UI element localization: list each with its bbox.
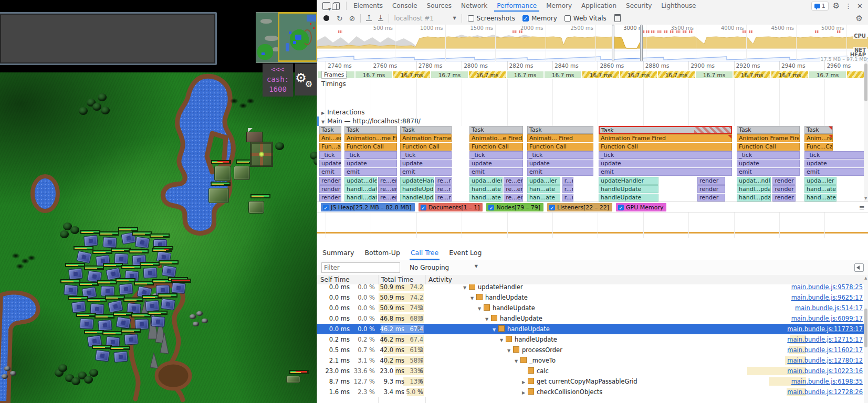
flame-render[interactable]: render [697, 194, 725, 202]
settings-gear-icon[interactable]: ⚙ [833, 2, 840, 10]
flame-emit[interactable]: emit [344, 168, 397, 176]
unit-green-vehicle[interactable] [208, 188, 229, 203]
frame-cell[interactable]: 16.7 ms [771, 71, 809, 79]
flame-reer[interactable]: re...er [378, 194, 397, 202]
unit-blue-tank[interactable] [83, 235, 98, 247]
flame-animation-frame-fired[interactable]: Animation Frame Fired [737, 134, 800, 142]
tree-twistie-icon[interactable]: ▼ [500, 335, 506, 346]
counter-toggle-js-heap[interactable]: ✓JS Heap[25.2 MB – 82.8 MB] [321, 203, 415, 211]
unit-blue-tank[interactable] [95, 349, 110, 362]
flame-update[interactable]: update [599, 160, 732, 167]
source-link[interactable]: main.bundle.js:9578:25 [791, 284, 863, 292]
flame-update[interactable]: update [344, 160, 397, 167]
flame-updatehandler[interactable]: updateHandler [400, 177, 434, 185]
flame-function-call[interactable]: Function Call [599, 143, 732, 151]
checkbox-screenshots[interactable]: Screenshots [468, 15, 515, 22]
flame-task[interactable]: Task [527, 126, 593, 134]
flame-emit[interactable]: emit [469, 168, 523, 176]
unit-blue-tank[interactable] [102, 237, 117, 248]
source-link[interactable]: main.bundle.js:9625:17 [791, 292, 863, 303]
flame-updatdler[interactable]: updat...dler [344, 177, 377, 185]
counter-toggle-gpu-memory[interactable]: ✓GPU Memory [616, 203, 666, 211]
flame-task[interactable]: Task [469, 126, 523, 134]
flame-function-call[interactable]: Function Call [344, 143, 397, 151]
flame-tick[interactable]: _tick [737, 151, 800, 159]
tab-lighthouse[interactable]: Lighthouse [656, 0, 700, 12]
flame-rr[interactable]: r...r [562, 177, 573, 185]
frame-cell[interactable]: 16.7 ms [733, 71, 771, 79]
back-arrows[interactable]: <<< [263, 65, 293, 75]
frame-cell[interactable]: 16.7 ms [431, 71, 468, 79]
main-thread-track-header[interactable]: ▼Main — http://localhost:8878/ [317, 116, 868, 126]
flame-tick[interactable]: _tick [319, 151, 341, 159]
green-building-fort[interactable] [250, 142, 273, 167]
minimap[interactable] [256, 12, 317, 63]
flame-handleupdate[interactable]: handleUpdate [400, 194, 434, 202]
tree-twistie-icon[interactable]: ▼ [493, 325, 498, 335]
tab-performance[interactable]: Performance [492, 0, 541, 12]
window-handle-right[interactable] [640, 25, 643, 61]
flame-animation-frame-fired[interactable]: Animation...me Fired [344, 134, 397, 142]
device-toolbar-icon[interactable] [333, 2, 340, 10]
flame-chart[interactable]: TaskAni...edFun...all_tickupdateemitrend… [317, 126, 868, 202]
flame-handldate[interactable]: handl...date [344, 194, 377, 202]
flame-task[interactable]: Task [804, 126, 833, 134]
flame-handldate[interactable]: handl...date [344, 185, 377, 193]
close-devtools-icon[interactable]: ✕ [857, 3, 863, 9]
scroll-up-icon[interactable]: ▲ [864, 276, 867, 280]
calltree-row[interactable]: 0.0 ms0.0 %50.9 ms74.2 %▼updateHandlerma… [317, 284, 868, 292]
source-link[interactable]: main.bundle.js:6198:35 [791, 376, 863, 387]
source-link[interactable]: main.bundle.js:12780:12 [787, 355, 863, 366]
unit-blue-tank[interactable] [162, 265, 177, 278]
unit-blue-tank[interactable] [135, 236, 150, 248]
flame-updaler[interactable]: upda...ler [804, 177, 836, 185]
flame-reer[interactable]: re...er [504, 177, 523, 185]
flame-tick[interactable]: _tick [469, 151, 523, 159]
frames-track[interactable]: Frames 16.7 ms16.7 ms16.7 ms16.7 ms16.7 … [317, 70, 868, 80]
flame-updadler[interactable]: upda...dler [469, 177, 503, 185]
flame-update[interactable]: update [527, 160, 593, 167]
load-profile-icon[interactable]: ↑ [366, 15, 371, 21]
flame-tick[interactable]: _tick [344, 151, 397, 159]
flame-updatndler[interactable]: updat...ndler [737, 177, 771, 185]
interactions-track[interactable]: ▶Interactions [317, 108, 868, 117]
memory-counters-chart[interactable] [317, 212, 868, 238]
flame-emit[interactable]: emit [319, 168, 341, 176]
source-link[interactable]: main.bundle.js:11602:17 [787, 345, 863, 355]
tree-twistie-icon[interactable]: ▼ [515, 356, 520, 367]
flame-render[interactable]: render [772, 194, 795, 202]
flame-updatehandler[interactable]: updateHandler [599, 177, 658, 185]
flame-reer[interactable]: re...er [504, 194, 523, 202]
calltree-row[interactable]: 8.7 ms12.7 %9.3 ms13.6 %▶get currentCopy… [317, 376, 868, 387]
tree-twistie-icon[interactable]: ▶ [522, 388, 528, 398]
tab-call-tree[interactable]: Call Tree [405, 249, 444, 260]
frame-cell[interactable]: 16.7 ms [355, 71, 393, 79]
unit-blue-tank[interactable] [76, 251, 92, 264]
flame-rer[interactable]: re...r [435, 194, 452, 202]
unit-green-vehicle[interactable] [234, 166, 250, 180]
flame-handlpdate[interactable]: handl...pdate [737, 194, 771, 202]
unit-blue-tank[interactable] [171, 282, 186, 294]
flame-handate[interactable]: hand...ate [804, 185, 836, 193]
checkbox-memory[interactable]: ✓Memory [522, 15, 557, 22]
calltree-row[interactable]: 23.0 ms33.6 %23.0 ms33.6 %calcmain.bundl… [317, 366, 868, 376]
tab-security[interactable]: Security [621, 0, 656, 12]
flame-animation-frame-fired[interactable]: Anim...red [804, 134, 833, 142]
settings-button[interactable]: ⚙ ⚙ [295, 63, 317, 96]
history-select[interactable]: localhost #1 ▼ [394, 15, 456, 22]
build-queue-panel[interactable] [0, 12, 217, 65]
flame-task[interactable]: Task [319, 126, 341, 134]
counter-toggle-nodes[interactable]: ✓Nodes[79 – 79] [486, 203, 543, 211]
reload-record-icon[interactable]: ↻ [337, 15, 343, 22]
window-handle-left[interactable] [612, 25, 614, 61]
unit-blue-tank[interactable] [71, 301, 86, 313]
calltree-row[interactable]: 1.6 ms2.3 %3.4 ms5.0 %▶checkCollisionObj… [317, 387, 868, 397]
flame-render[interactable]: render [697, 185, 725, 193]
unit-blue-tank[interactable] [64, 284, 78, 296]
flame-function-call[interactable]: Fun...all [319, 143, 341, 151]
collapsed-arrow-icon[interactable]: ▶ [321, 111, 325, 115]
checkbox-web-vitals[interactable]: Web Vitals [564, 15, 606, 22]
unit-blue-tank[interactable] [124, 334, 138, 345]
flame-handate[interactable]: hand...ate [469, 194, 503, 202]
hamburger-menu-icon[interactable]: ≡ [859, 204, 865, 211]
